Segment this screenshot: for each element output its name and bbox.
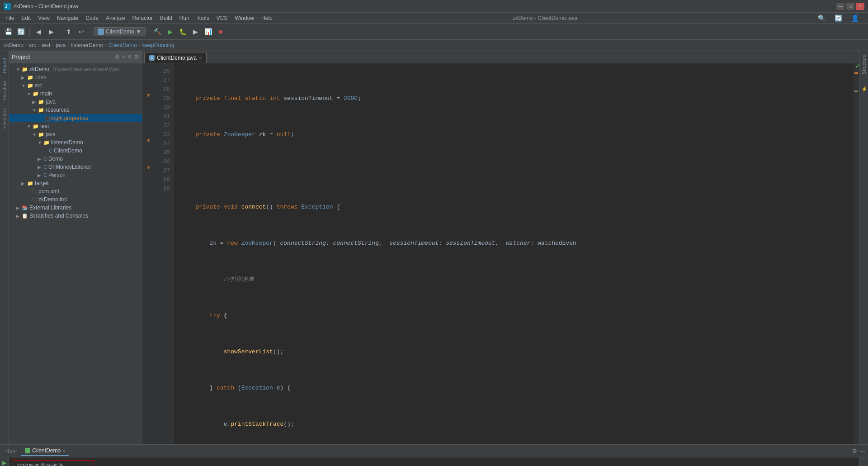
gutter-38 xyxy=(142,172,155,181)
menu-analyze[interactable]: Analyze xyxy=(102,13,129,23)
gutter-27 xyxy=(142,72,155,81)
search-toolbar-icon[interactable]: 🔍 xyxy=(814,14,829,22)
tree-item-java-test[interactable]: ▼ 📁 java xyxy=(9,130,142,138)
menu-file[interactable]: File xyxy=(2,13,18,23)
tree-item-idea[interactable]: ▶ 📁 .idea xyxy=(9,73,142,81)
update-icon[interactable]: 🔄 xyxy=(831,14,846,22)
menu-build[interactable]: Build xyxy=(156,13,176,23)
run-configuration-selector[interactable]: ClientDemo ▼ xyxy=(94,27,146,36)
ln-28: 28 xyxy=(155,85,174,94)
rerun-button[interactable]: ▶ xyxy=(1,459,8,466)
sidebar-project[interactable]: Project xyxy=(1,54,8,77)
stop-button[interactable]: ■ xyxy=(216,26,226,37)
tree-item-test[interactable]: ▼ 📁 test xyxy=(9,122,142,130)
window-controls[interactable]: — □ × xyxy=(836,3,864,10)
settings-icon[interactable]: ⚙ xyxy=(852,448,857,454)
tree-item-java-main[interactable]: ▶ 📁 java xyxy=(9,98,142,106)
menu-tools[interactable]: Tools xyxy=(193,13,213,23)
config-icon xyxy=(98,29,104,35)
back-button[interactable]: ◀ xyxy=(33,26,44,37)
tree-item-resources[interactable]: ▼ 📁 resources xyxy=(9,106,142,114)
build-button[interactable]: 🔨 xyxy=(152,26,163,37)
tree-arrow-zkdemo: ▼ xyxy=(16,67,20,72)
right-sidebar-structure[interactable]: Structure xyxy=(861,54,867,75)
tree-collapse-icon[interactable]: ≡ xyxy=(122,53,125,60)
tree-item-onmoneylistener[interactable]: ▶ C OnMoneyListener xyxy=(9,163,142,171)
right-sidebar-notifications[interactable]: ⚡ xyxy=(861,86,867,92)
tree-root-zkdemo[interactable]: ▼ 📁 zkDemo D:\users\idea-workspace\Myw..… xyxy=(9,65,142,73)
tab-clientdemo[interactable]: C ClientDemo.java × xyxy=(144,52,207,63)
run-tab-label: ClientDemo xyxy=(32,447,61,454)
menu-refactor[interactable]: Refactor xyxy=(129,13,156,23)
folder-icon-listenerdemo: 📁 xyxy=(43,140,50,146)
tree-arrow-java-test: ▼ xyxy=(32,132,37,137)
run-button[interactable]: ▶ xyxy=(165,26,176,37)
tree-item-demo[interactable]: ▶ C Demo xyxy=(9,155,142,163)
code-editor[interactable]: ▼ ▼ ▼ 26 27 28 29 30 31 32 xyxy=(142,63,859,444)
ln-27: 27 xyxy=(155,76,174,85)
tree-arrow-resources: ▼ xyxy=(32,108,37,113)
tree-hide-icon[interactable]: ✕ xyxy=(127,53,132,60)
revert-button[interactable]: ↩ xyxy=(76,26,87,37)
bc-keeprunning[interactable]: keepRunning xyxy=(142,42,175,48)
menu-edit[interactable]: Edit xyxy=(18,13,34,23)
tree-item-zkdemo-iml[interactable]: ⬛ zkDemo.iml xyxy=(9,195,142,204)
bc-test[interactable]: test xyxy=(42,42,50,48)
menu-run[interactable]: Run xyxy=(176,13,193,23)
gutter-32 xyxy=(142,118,155,127)
tree-scope-icon[interactable]: ⊕ xyxy=(115,53,120,60)
vertical-sidebar: Project Structure Favorites xyxy=(0,51,9,444)
maximize-button[interactable]: □ xyxy=(846,3,854,10)
tree-item-main[interactable]: ▼ 📁 main xyxy=(9,90,142,98)
tree-item-log4j[interactable]: ⬛ log4j.properties xyxy=(9,114,142,122)
synchronize-button[interactable]: 🔄 xyxy=(15,26,26,37)
tree-item-listenerdemo[interactable]: ▼ 📁 listenerDemo xyxy=(9,138,142,147)
code-line-28 xyxy=(181,166,854,176)
close-button[interactable]: × xyxy=(856,3,864,10)
menu-code[interactable]: Code xyxy=(82,13,102,23)
tab-close-clientdemo[interactable]: × xyxy=(199,55,202,61)
save-all-button[interactable]: 💾 xyxy=(3,26,14,37)
project-label: Project xyxy=(12,54,30,60)
tree-label-src: src xyxy=(35,82,42,89)
tree-label-zkdemo: zkDemo xyxy=(29,66,49,72)
vcs-button[interactable]: ⬆ xyxy=(63,26,74,37)
run-tab-close[interactable]: × xyxy=(62,448,65,453)
profile-button[interactable]: 📊 xyxy=(203,26,214,37)
tree-item-person[interactable]: ▶ C Person xyxy=(9,171,142,179)
minimize-button[interactable]: — xyxy=(836,3,844,10)
run-tab-clientdemo[interactable]: ClientDemo × xyxy=(21,446,69,456)
tree-arrow-test: ▼ xyxy=(27,124,31,129)
bc-zkdemo[interactable]: zkDemo xyxy=(4,42,24,48)
menu-window[interactable]: Window xyxy=(231,13,258,23)
bc-java[interactable]: java xyxy=(56,42,66,48)
tree-item-clientdemo[interactable]: C ClientDemo xyxy=(9,147,142,155)
console-output-line-1: 打印服务器的名单 [hadoop102] xyxy=(13,460,855,466)
bc-src[interactable]: src xyxy=(29,42,36,48)
coverage-button[interactable]: ▶ xyxy=(190,26,201,37)
bc-clientdemo[interactable]: ClientDemo xyxy=(108,42,137,48)
minimize-panel-icon[interactable]: — xyxy=(860,448,865,454)
code-lines[interactable]: private final static int sessionTimeout … xyxy=(174,63,854,444)
sidebar-structure[interactable]: Structure xyxy=(1,77,8,105)
tree-arrow-listenerdemo: ▼ xyxy=(38,140,42,145)
folder-icon-scratches: 📋 xyxy=(22,213,28,219)
tree-settings-icon[interactable]: ⚙ xyxy=(134,53,139,60)
tree-arrow-idea: ▶ xyxy=(21,75,26,80)
forward-button[interactable]: ▶ xyxy=(46,26,57,37)
account-icon[interactable]: 👤 xyxy=(848,14,863,22)
tree-item-external-libs[interactable]: ▶ 📚 External Libraries xyxy=(9,204,142,212)
tree-item-pom[interactable]: ⬛ pom.xml xyxy=(9,187,142,195)
menu-help[interactable]: Help xyxy=(258,13,276,23)
menu-navigate[interactable]: Navigate xyxy=(53,13,82,23)
tree-item-scratches[interactable]: ▶ 📋 Scratches and Consoles xyxy=(9,212,142,220)
bc-listenerdemo[interactable]: listenerDemo xyxy=(71,42,103,48)
toolbar-separator-3 xyxy=(90,27,90,36)
tree-item-target[interactable]: ▶ 📁 target xyxy=(9,179,142,187)
debug-button[interactable]: 🐛 xyxy=(178,26,189,37)
sidebar-favorites[interactable]: Favorites xyxy=(1,105,8,132)
tree-item-src[interactable]: ▼ 📁 src xyxy=(9,81,142,90)
menu-view[interactable]: View xyxy=(34,13,53,23)
tree-label-java-test: java xyxy=(46,131,56,138)
menu-vcs[interactable]: VCS xyxy=(213,13,231,23)
